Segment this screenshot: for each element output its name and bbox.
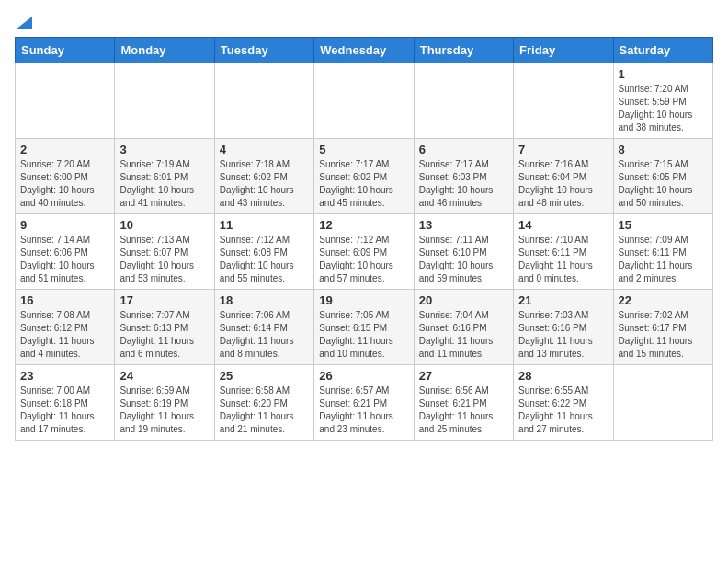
calendar-cell: 27Sunrise: 6:56 AM Sunset: 6:21 PM Dayli… [414, 365, 513, 441]
logo-icon [16, 13, 32, 29]
weekday-header-sunday: Sunday [16, 38, 115, 63]
calendar-cell: 12Sunrise: 7:12 AM Sunset: 6:09 PM Dayli… [314, 214, 414, 290]
day-number: 13 [419, 218, 508, 232]
day-info: Sunrise: 7:07 AM Sunset: 6:13 PM Dayligh… [119, 309, 209, 361]
day-number: 4 [220, 143, 309, 156]
day-number: 8 [619, 143, 708, 156]
day-info: Sunrise: 7:08 AM Sunset: 6:12 PM Dayligh… [20, 309, 109, 361]
day-info: Sunrise: 7:10 AM Sunset: 6:11 PM Dayligh… [518, 234, 608, 285]
day-number: 17 [119, 293, 209, 307]
calendar-cell: 20Sunrise: 7:04 AM Sunset: 6:16 PM Dayli… [414, 290, 513, 365]
day-info: Sunrise: 7:00 AM Sunset: 6:18 PM Dayligh… [20, 385, 109, 436]
calendar-week-row: 2Sunrise: 7:20 AM Sunset: 6:00 PM Daylig… [16, 139, 713, 214]
calendar-cell: 17Sunrise: 7:07 AM Sunset: 6:13 PM Dayli… [115, 290, 214, 365]
calendar-cell: 28Sunrise: 6:55 AM Sunset: 6:22 PM Dayli… [514, 365, 613, 441]
day-info: Sunrise: 7:13 AM Sunset: 6:07 PM Dayligh… [119, 234, 209, 285]
day-info: Sunrise: 6:59 AM Sunset: 6:19 PM Dayligh… [119, 385, 209, 436]
calendar-cell: 2Sunrise: 7:20 AM Sunset: 6:00 PM Daylig… [16, 139, 115, 214]
day-number: 15 [619, 218, 708, 232]
day-info: Sunrise: 7:20 AM Sunset: 5:59 PM Dayligh… [619, 83, 708, 134]
day-info: Sunrise: 6:56 AM Sunset: 6:21 PM Dayligh… [419, 385, 508, 436]
day-number: 5 [319, 143, 408, 156]
day-info: Sunrise: 7:11 AM Sunset: 6:10 PM Dayligh… [419, 234, 508, 285]
weekday-header-tuesday: Tuesday [214, 38, 313, 63]
calendar-cell: 24Sunrise: 6:59 AM Sunset: 6:19 PM Dayli… [115, 365, 214, 441]
calendar-cell: 25Sunrise: 6:58 AM Sunset: 6:20 PM Dayli… [214, 365, 313, 441]
day-number: 9 [20, 218, 109, 232]
calendar-cell: 4Sunrise: 7:18 AM Sunset: 6:02 PM Daylig… [214, 139, 313, 214]
weekday-header-friday: Friday [514, 38, 613, 63]
day-number: 25 [220, 369, 309, 383]
calendar-cell: 10Sunrise: 7:13 AM Sunset: 6:07 PM Dayli… [115, 214, 214, 290]
calendar-week-row: 23Sunrise: 7:00 AM Sunset: 6:18 PM Dayli… [16, 365, 713, 441]
calendar-table: SundayMondayTuesdayWednesdayThursdayFrid… [15, 37, 713, 441]
day-info: Sunrise: 7:03 AM Sunset: 6:16 PM Dayligh… [518, 309, 608, 361]
day-info: Sunrise: 7:06 AM Sunset: 6:14 PM Dayligh… [220, 309, 309, 361]
logo [15, 15, 32, 29]
calendar-cell: 13Sunrise: 7:11 AM Sunset: 6:10 PM Dayli… [414, 214, 513, 290]
calendar-cell: 23Sunrise: 7:00 AM Sunset: 6:18 PM Dayli… [16, 365, 115, 441]
day-info: Sunrise: 7:05 AM Sunset: 6:15 PM Dayligh… [319, 309, 408, 361]
day-number: 19 [319, 293, 408, 307]
day-number: 27 [419, 369, 508, 383]
calendar-cell [16, 63, 115, 139]
day-info: Sunrise: 7:04 AM Sunset: 6:16 PM Dayligh… [419, 309, 508, 361]
day-number: 16 [20, 293, 109, 307]
day-info: Sunrise: 7:09 AM Sunset: 6:11 PM Dayligh… [619, 234, 708, 285]
calendar-cell: 21Sunrise: 7:03 AM Sunset: 6:16 PM Dayli… [514, 290, 613, 365]
weekday-header-wednesday: Wednesday [314, 38, 414, 63]
day-number: 6 [419, 143, 508, 156]
page-header [15, 15, 713, 29]
day-info: Sunrise: 7:02 AM Sunset: 6:17 PM Dayligh… [619, 309, 708, 361]
calendar-week-row: 9Sunrise: 7:14 AM Sunset: 6:06 PM Daylig… [16, 214, 713, 290]
day-number: 20 [419, 293, 508, 307]
calendar-cell: 5Sunrise: 7:17 AM Sunset: 6:02 PM Daylig… [314, 139, 414, 214]
day-number: 23 [20, 369, 109, 383]
calendar-cell [514, 63, 613, 139]
day-info: Sunrise: 7:18 AM Sunset: 6:02 PM Dayligh… [220, 158, 309, 210]
calendar-cell [115, 63, 214, 139]
day-number: 12 [319, 218, 408, 232]
day-number: 11 [220, 218, 309, 232]
calendar-cell: 3Sunrise: 7:19 AM Sunset: 6:01 PM Daylig… [115, 139, 214, 214]
day-info: Sunrise: 7:20 AM Sunset: 6:00 PM Dayligh… [20, 158, 109, 210]
calendar-cell: 18Sunrise: 7:06 AM Sunset: 6:14 PM Dayli… [214, 290, 313, 365]
weekday-header-monday: Monday [115, 38, 214, 63]
calendar-cell: 8Sunrise: 7:15 AM Sunset: 6:05 PM Daylig… [613, 139, 712, 214]
day-number: 18 [220, 293, 309, 307]
day-number: 14 [518, 218, 608, 232]
weekday-header-thursday: Thursday [414, 38, 513, 63]
day-number: 28 [518, 369, 608, 383]
day-number: 26 [319, 369, 408, 383]
day-info: Sunrise: 7:15 AM Sunset: 6:05 PM Dayligh… [619, 158, 708, 210]
calendar-cell: 6Sunrise: 7:17 AM Sunset: 6:03 PM Daylig… [414, 139, 513, 214]
day-number: 2 [20, 143, 109, 156]
day-info: Sunrise: 7:19 AM Sunset: 6:01 PM Dayligh… [119, 158, 209, 210]
calendar-week-row: 16Sunrise: 7:08 AM Sunset: 6:12 PM Dayli… [16, 290, 713, 365]
calendar-week-row: 1Sunrise: 7:20 AM Sunset: 5:59 PM Daylig… [16, 63, 713, 139]
day-number: 22 [619, 293, 708, 307]
svg-marker-0 [16, 17, 32, 29]
calendar-cell: 9Sunrise: 7:14 AM Sunset: 6:06 PM Daylig… [16, 214, 115, 290]
day-info: Sunrise: 7:12 AM Sunset: 6:08 PM Dayligh… [220, 234, 309, 285]
day-number: 21 [518, 293, 608, 307]
weekday-header-saturday: Saturday [613, 38, 712, 63]
day-info: Sunrise: 6:55 AM Sunset: 6:22 PM Dayligh… [518, 385, 608, 436]
day-info: Sunrise: 7:17 AM Sunset: 6:03 PM Dayligh… [419, 158, 508, 210]
day-number: 10 [119, 218, 209, 232]
day-info: Sunrise: 7:12 AM Sunset: 6:09 PM Dayligh… [319, 234, 408, 285]
calendar-header-row: SundayMondayTuesdayWednesdayThursdayFrid… [16, 38, 713, 63]
calendar-cell: 15Sunrise: 7:09 AM Sunset: 6:11 PM Dayli… [613, 214, 712, 290]
day-info: Sunrise: 6:58 AM Sunset: 6:20 PM Dayligh… [220, 385, 309, 436]
calendar-cell: 1Sunrise: 7:20 AM Sunset: 5:59 PM Daylig… [613, 63, 712, 139]
day-info: Sunrise: 7:16 AM Sunset: 6:04 PM Dayligh… [518, 158, 608, 210]
calendar-cell: 14Sunrise: 7:10 AM Sunset: 6:11 PM Dayli… [514, 214, 613, 290]
day-info: Sunrise: 6:57 AM Sunset: 6:21 PM Dayligh… [319, 385, 408, 436]
calendar-cell: 19Sunrise: 7:05 AM Sunset: 6:15 PM Dayli… [314, 290, 414, 365]
day-info: Sunrise: 7:14 AM Sunset: 6:06 PM Dayligh… [20, 234, 109, 285]
calendar-cell [314, 63, 414, 139]
calendar-cell: 26Sunrise: 6:57 AM Sunset: 6:21 PM Dayli… [314, 365, 414, 441]
day-number: 7 [518, 143, 608, 156]
calendar-cell: 16Sunrise: 7:08 AM Sunset: 6:12 PM Dayli… [16, 290, 115, 365]
day-number: 24 [119, 369, 209, 383]
